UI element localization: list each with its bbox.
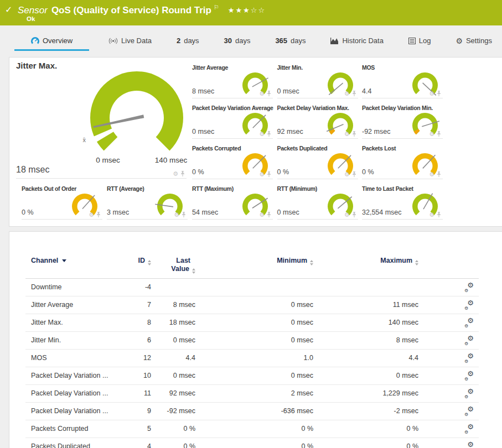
column-header-id[interactable]: ID [138,257,152,265]
maximum-cell: 4.4 [313,350,418,367]
gear-icon[interactable]: ⚙ [89,212,94,218]
pin-icon[interactable] [180,171,185,177]
gauge-cell: Packets Out of Order0 %⚙ [22,185,102,220]
gauge-value: 32,554 msec [362,209,402,216]
pin-icon[interactable] [437,131,441,137]
tab-2-days[interactable]: 2 days [171,32,205,51]
channel-settings-gears-icon[interactable]: ⚙⚙ [464,336,474,345]
pin-icon[interactable] [352,212,356,218]
tab-365-days[interactable]: 365 days [270,32,311,51]
gear-icon[interactable]: ⚙ [174,212,179,218]
gauge-value: 0 msec [277,209,299,216]
pin-icon[interactable] [182,212,186,218]
page-title: QoS (Quality of Service) Round Trip [51,5,211,15]
channel-settings-gears-icon[interactable]: ⚙⚙ [464,372,474,381]
log-icon [408,38,416,44]
gear-icon[interactable]: ⚙ [259,91,265,97]
tab-historic-data[interactable]: Historic Data [325,32,389,51]
channel-settings-gears-icon[interactable]: ⚙⚙ [464,425,474,434]
sort-caret-down-icon [62,259,66,262]
minimum-cell: 0 msec [195,367,313,384]
pin-icon[interactable] [267,171,271,178]
table-row: Packet Delay Variation ...1192 msec2 mse… [25,385,479,403]
gear-icon[interactable]: ⚙ [429,171,434,178]
pin-icon[interactable] [437,212,441,218]
priority-flag-icon[interactable]: ⚐ [214,4,219,11]
priority-stars[interactable]: ★★★☆☆ [228,6,266,14]
gauge-icon [31,37,39,44]
column-header-minimum[interactable]: Minimum [277,257,313,265]
channel-settings-gears-icon[interactable]: ⚙⚙ [464,442,474,448]
id-cell: 11 [125,385,151,402]
maximum-cell: -2 msec [313,403,418,420]
gauge-cell: RTT (Maximum)54 msec⚙ [192,185,273,220]
maximum-cell: 0 % [313,438,418,448]
gear-icon[interactable]: ⚙ [429,131,434,137]
pin-icon[interactable] [267,91,271,97]
id-cell: 5 [125,420,151,437]
last-value-cell: 0 % [151,420,195,437]
table-row: MOS124.41.04.4⚙⚙ [25,350,479,367]
gear-icon[interactable]: ⚙ [344,212,350,218]
gauge-cell: RTT (Minimum)0 msec⚙ [277,185,358,220]
status-badge: Ok [27,15,35,22]
channel-settings-gears-icon[interactable]: ⚙⚙ [464,407,474,416]
channel-settings-gears-icon[interactable]: ⚙⚙ [464,389,474,398]
maximum-cell: 8 msec [313,332,418,349]
channel-settings-gears-icon[interactable]: ⚙⚙ [464,283,474,292]
minimum-cell: 1.0 [195,350,313,367]
last-value-cell: 92 msec [151,385,195,402]
gauge-value: 0 % [362,168,374,176]
tab-overview[interactable]: Overview [14,32,89,51]
gauge-value: -92 msec [362,128,390,136]
gear-icon[interactable]: ⚙ [429,212,434,218]
jitter-max-gauge: x̄0 msec140 msec [71,65,199,166]
gauge-title: MOS [362,64,375,71]
column-header-channel[interactable]: Channel [25,257,66,265]
gauge-value: 54 msec [192,209,218,216]
last-value-cell: 4.4 [151,350,195,367]
last-value-cell: 18 msec [151,314,195,331]
gauge-title: RTT (Average) [107,185,144,192]
tab-log[interactable]: Log [403,32,437,51]
sort-arrows-icon [415,260,418,265]
table-row: Packet Delay Variation ...9-92 msec-636 … [25,403,479,420]
gear-icon[interactable]: ⚙ [344,131,350,137]
tab-settings[interactable]: ⚙ Settings [450,32,498,51]
tab-30-days[interactable]: 30 days [219,32,256,51]
gauge-title: Jitter Max. [16,61,57,70]
table-body: Downtime-4⚙⚙Jitter Average78 msec0 msec1… [25,279,479,448]
last-value-cell: 0 % [151,438,195,448]
id-cell: 9 [125,403,151,420]
gauge-title: Jitter Average [192,64,228,71]
gear-icon[interactable]: ⚙ [344,171,350,178]
pin-icon[interactable] [437,171,441,178]
pin-icon[interactable] [352,131,356,137]
channel-name-cell: Packet Delay Variation ... [25,367,125,384]
gear-icon[interactable]: ⚙ [259,171,265,178]
pin-icon[interactable] [352,171,356,178]
pin-icon[interactable] [267,131,271,137]
gear-icon[interactable]: ⚙ [259,131,265,137]
pin-icon[interactable] [267,212,271,218]
gear-icon[interactable]: ⚙ [173,171,178,177]
gear-icon[interactable]: ⚙ [259,212,265,218]
channel-table-panel: Channel ID LastValue Minimum Maximum Dow… [9,231,502,448]
column-header-last-value[interactable]: LastValue [171,257,195,274]
column-header-maximum[interactable]: Maximum [380,257,418,265]
channel-settings-gears-icon[interactable]: ⚙⚙ [464,301,474,310]
gauge-value: 0 % [277,168,289,176]
pin-icon[interactable] [437,91,441,97]
minimum-cell [195,279,313,296]
last-value-cell [151,279,195,296]
gauge-value: 0 % [192,168,204,176]
id-cell: 4 [125,438,151,448]
id-cell: 12 [125,350,151,367]
gear-icon[interactable]: ⚙ [344,91,350,97]
channel-settings-gears-icon[interactable]: ⚙⚙ [464,319,474,327]
channel-settings-gears-icon[interactable]: ⚙⚙ [464,354,474,363]
gear-icon[interactable]: ⚙ [429,91,434,97]
tab-live-data[interactable]: Live Data [103,32,157,51]
pin-icon[interactable] [96,212,101,218]
pin-icon[interactable] [352,91,356,97]
